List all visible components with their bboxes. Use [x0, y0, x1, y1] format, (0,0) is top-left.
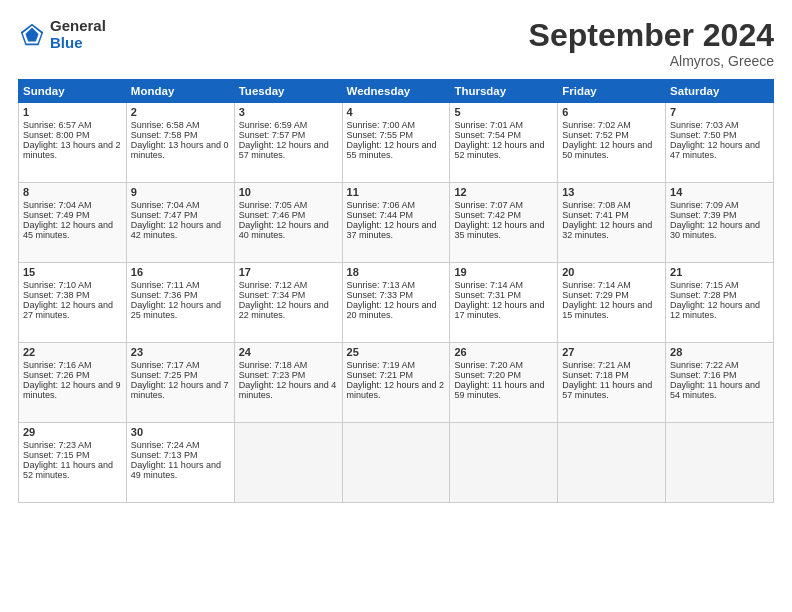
sunset: Sunset: 7:31 PM — [454, 290, 553, 300]
table-row: 25Sunrise: 7:19 AMSunset: 7:21 PMDayligh… — [342, 343, 450, 423]
table-row: 29Sunrise: 7:23 AMSunset: 7:15 PMDayligh… — [19, 423, 127, 503]
header-row: Sunday Monday Tuesday Wednesday Thursday… — [19, 80, 774, 103]
sunset: Sunset: 7:38 PM — [23, 290, 122, 300]
logo-blue: Blue — [50, 35, 106, 52]
sunset: Sunset: 7:42 PM — [454, 210, 553, 220]
sunset: Sunset: 7:36 PM — [131, 290, 230, 300]
day-number: 25 — [347, 346, 446, 358]
sunrise: Sunrise: 7:17 AM — [131, 360, 230, 370]
calendar-week-1: 1Sunrise: 6:57 AMSunset: 8:00 PMDaylight… — [19, 103, 774, 183]
sunrise: Sunrise: 7:24 AM — [131, 440, 230, 450]
page: General Blue September 2024 Almyros, Gre… — [0, 0, 792, 612]
th-tuesday: Tuesday — [234, 80, 342, 103]
th-saturday: Saturday — [666, 80, 774, 103]
sunrise: Sunrise: 7:13 AM — [347, 280, 446, 290]
sunset: Sunset: 7:57 PM — [239, 130, 338, 140]
calendar-week-5: 29Sunrise: 7:23 AMSunset: 7:15 PMDayligh… — [19, 423, 774, 503]
sunrise: Sunrise: 7:03 AM — [670, 120, 769, 130]
table-row: 17Sunrise: 7:12 AMSunset: 7:34 PMDayligh… — [234, 263, 342, 343]
sunset: Sunset: 7:28 PM — [670, 290, 769, 300]
daylight: Daylight: 11 hours and 52 minutes. — [23, 460, 122, 480]
daylight: Daylight: 12 hours and 15 minutes. — [562, 300, 661, 320]
day-number: 9 — [131, 186, 230, 198]
table-row: 28Sunrise: 7:22 AMSunset: 7:16 PMDayligh… — [666, 343, 774, 423]
sunset: Sunset: 7:50 PM — [670, 130, 769, 140]
day-number: 7 — [670, 106, 769, 118]
sunrise: Sunrise: 7:15 AM — [670, 280, 769, 290]
sunrise: Sunrise: 7:00 AM — [347, 120, 446, 130]
daylight: Daylight: 13 hours and 2 minutes. — [23, 140, 122, 160]
daylight: Daylight: 12 hours and 42 minutes. — [131, 220, 230, 240]
day-number: 15 — [23, 266, 122, 278]
day-number: 16 — [131, 266, 230, 278]
logo: General Blue — [18, 18, 106, 51]
sunset: Sunset: 7:29 PM — [562, 290, 661, 300]
table-row: 12Sunrise: 7:07 AMSunset: 7:42 PMDayligh… — [450, 183, 558, 263]
table-row: 27Sunrise: 7:21 AMSunset: 7:18 PMDayligh… — [558, 343, 666, 423]
sunrise: Sunrise: 7:06 AM — [347, 200, 446, 210]
sunset: Sunset: 7:13 PM — [131, 450, 230, 460]
sunset: Sunset: 7:55 PM — [347, 130, 446, 140]
day-number: 24 — [239, 346, 338, 358]
sunrise: Sunrise: 7:23 AM — [23, 440, 122, 450]
day-number: 4 — [347, 106, 446, 118]
sunset: Sunset: 7:39 PM — [670, 210, 769, 220]
daylight: Daylight: 12 hours and 2 minutes. — [347, 380, 446, 400]
table-row — [450, 423, 558, 503]
th-wednesday: Wednesday — [342, 80, 450, 103]
day-number: 6 — [562, 106, 661, 118]
sunrise: Sunrise: 7:12 AM — [239, 280, 338, 290]
sunset: Sunset: 7:47 PM — [131, 210, 230, 220]
sunrise: Sunrise: 7:10 AM — [23, 280, 122, 290]
calendar-week-3: 15Sunrise: 7:10 AMSunset: 7:38 PMDayligh… — [19, 263, 774, 343]
table-row: 14Sunrise: 7:09 AMSunset: 7:39 PMDayligh… — [666, 183, 774, 263]
th-sunday: Sunday — [19, 80, 127, 103]
logo-text: General Blue — [50, 18, 106, 51]
daylight: Daylight: 12 hours and 57 minutes. — [239, 140, 338, 160]
table-row: 22Sunrise: 7:16 AMSunset: 7:26 PMDayligh… — [19, 343, 127, 423]
table-row: 18Sunrise: 7:13 AMSunset: 7:33 PMDayligh… — [342, 263, 450, 343]
daylight: Daylight: 12 hours and 40 minutes. — [239, 220, 338, 240]
daylight: Daylight: 12 hours and 20 minutes. — [347, 300, 446, 320]
table-row: 20Sunrise: 7:14 AMSunset: 7:29 PMDayligh… — [558, 263, 666, 343]
table-row: 13Sunrise: 7:08 AMSunset: 7:41 PMDayligh… — [558, 183, 666, 263]
daylight: Daylight: 11 hours and 54 minutes. — [670, 380, 769, 400]
daylight: Daylight: 12 hours and 37 minutes. — [347, 220, 446, 240]
sunrise: Sunrise: 7:09 AM — [670, 200, 769, 210]
sunset: Sunset: 7:18 PM — [562, 370, 661, 380]
daylight: Daylight: 11 hours and 57 minutes. — [562, 380, 661, 400]
sunrise: Sunrise: 7:11 AM — [131, 280, 230, 290]
sunrise: Sunrise: 7:18 AM — [239, 360, 338, 370]
table-row — [558, 423, 666, 503]
day-number: 13 — [562, 186, 661, 198]
sunset: Sunset: 7:20 PM — [454, 370, 553, 380]
day-number: 17 — [239, 266, 338, 278]
sunset: Sunset: 7:52 PM — [562, 130, 661, 140]
sunset: Sunset: 7:16 PM — [670, 370, 769, 380]
table-row: 1Sunrise: 6:57 AMSunset: 8:00 PMDaylight… — [19, 103, 127, 183]
day-number: 26 — [454, 346, 553, 358]
sunrise: Sunrise: 6:58 AM — [131, 120, 230, 130]
table-row: 3Sunrise: 6:59 AMSunset: 7:57 PMDaylight… — [234, 103, 342, 183]
sunrise: Sunrise: 7:19 AM — [347, 360, 446, 370]
sunset: Sunset: 7:34 PM — [239, 290, 338, 300]
daylight: Daylight: 12 hours and 27 minutes. — [23, 300, 122, 320]
table-row — [234, 423, 342, 503]
sunset: Sunset: 8:00 PM — [23, 130, 122, 140]
table-row: 9Sunrise: 7:04 AMSunset: 7:47 PMDaylight… — [126, 183, 234, 263]
location: Almyros, Greece — [529, 53, 774, 69]
daylight: Daylight: 11 hours and 49 minutes. — [131, 460, 230, 480]
day-number: 14 — [670, 186, 769, 198]
day-number: 2 — [131, 106, 230, 118]
daylight: Daylight: 12 hours and 47 minutes. — [670, 140, 769, 160]
table-row: 21Sunrise: 7:15 AMSunset: 7:28 PMDayligh… — [666, 263, 774, 343]
sunrise: Sunrise: 7:14 AM — [454, 280, 553, 290]
daylight: Daylight: 12 hours and 55 minutes. — [347, 140, 446, 160]
sunrise: Sunrise: 7:16 AM — [23, 360, 122, 370]
table-row: 7Sunrise: 7:03 AMSunset: 7:50 PMDaylight… — [666, 103, 774, 183]
th-friday: Friday — [558, 80, 666, 103]
table-row: 15Sunrise: 7:10 AMSunset: 7:38 PMDayligh… — [19, 263, 127, 343]
daylight: Daylight: 12 hours and 30 minutes. — [670, 220, 769, 240]
day-number: 19 — [454, 266, 553, 278]
daylight: Daylight: 12 hours and 32 minutes. — [562, 220, 661, 240]
